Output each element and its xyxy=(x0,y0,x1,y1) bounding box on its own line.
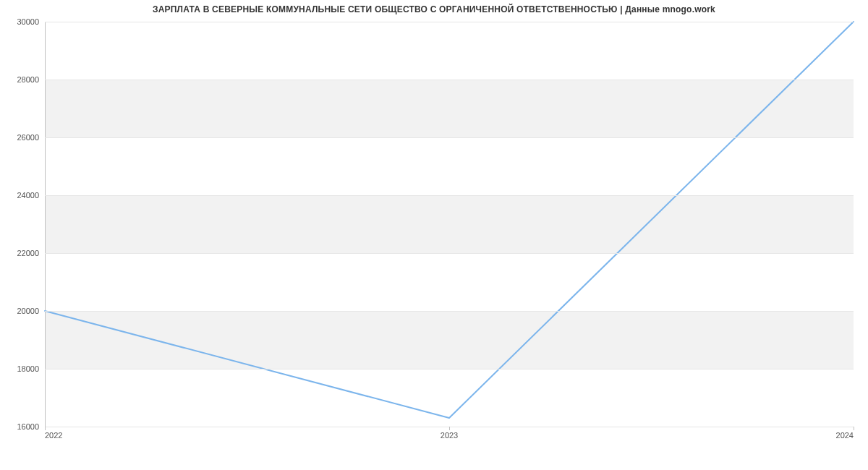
plot-area: 1600018000200002200024000260002800030000… xyxy=(45,22,854,427)
y-tick-label: 30000 xyxy=(17,17,45,26)
y-gridline xyxy=(45,195,854,196)
y-tick-label: 24000 xyxy=(17,191,45,200)
y-tick-label: 28000 xyxy=(17,75,45,84)
y-tick-label: 20000 xyxy=(17,307,45,315)
y-tick-label: 22000 xyxy=(17,249,45,257)
x-tick xyxy=(854,427,854,430)
x-tick-label: 2022 xyxy=(45,427,62,440)
chart-line-layer xyxy=(45,22,854,427)
salary-series-line xyxy=(45,22,854,418)
y-gridline xyxy=(45,253,854,254)
x-tick-label: 2023 xyxy=(441,427,458,440)
chart-title: ЗАРПЛАТА В СЕВЕРНЫЕ КОММУНАЛЬНЫЕ СЕТИ ОБ… xyxy=(0,4,868,14)
y-gridline xyxy=(45,137,854,138)
y-tick-label: 18000 xyxy=(17,364,45,373)
x-tick-label: 2024 xyxy=(836,427,854,440)
chart-container: ЗАРПЛАТА В СЕВЕРНЫЕ КОММУНАЛЬНЫЕ СЕТИ ОБ… xyxy=(0,0,868,470)
y-gridline xyxy=(45,311,854,312)
y-tick-label: 26000 xyxy=(17,133,45,142)
y-gridline xyxy=(45,369,854,369)
y-gridline xyxy=(45,80,854,80)
y-tick-label: 16000 xyxy=(17,422,45,431)
y-gridline xyxy=(45,22,854,22)
